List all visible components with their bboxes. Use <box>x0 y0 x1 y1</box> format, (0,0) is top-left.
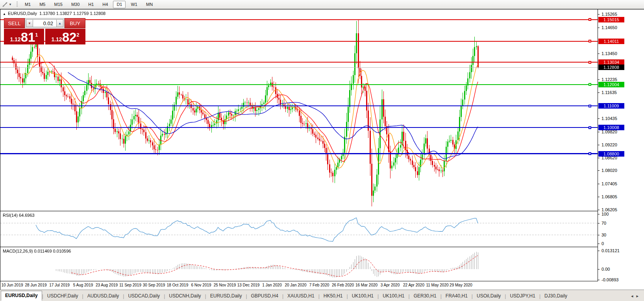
chart-window: ▲EURUSD,Daily 1.13780 1.13827 1.12759 1.… <box>0 9 644 290</box>
macd-indicator-canvas[interactable] <box>0 247 598 281</box>
date-axis-label: 7 Feb 2020 <box>309 283 329 287</box>
date-axis-label: 26 Feb 2020 <box>332 283 354 287</box>
sell-price-pips: 81 <box>21 31 35 43</box>
date-axis-label: 10 Jun 2019 <box>1 283 23 287</box>
rsi-tick-mark <box>598 244 600 244</box>
price-level-line-1.13034[interactable] <box>0 62 598 63</box>
tab-scroll-arrows: ◂▸ <box>631 294 642 299</box>
chart-tabs-bar: EURUSD,Daily|USDCHF,Daily|AUDUSD,Daily|U… <box>0 290 644 301</box>
date-axis-label: 30 Sep 2019 <box>143 283 165 287</box>
chevron-down-icon[interactable]: ▼ <box>9 3 12 6</box>
price-tick-mark <box>598 132 600 132</box>
price-tick-label: 1.13450 <box>601 51 617 56</box>
price-level-line-1.08800[interactable] <box>0 153 598 154</box>
price-level-line-1.12004[interactable] <box>0 84 598 85</box>
rsi-tick-label: 0 <box>601 241 604 246</box>
price-tick-label: 1.08020 <box>601 168 617 173</box>
timeframe-button-MN[interactable]: MN <box>142 1 156 8</box>
volume-increase-button[interactable]: ▲ <box>56 19 63 27</box>
timeframe-button-H4[interactable]: H4 <box>99 1 111 8</box>
symbol-tab-USDCHF-Daily[interactable]: USDCHF,Daily <box>43 292 82 301</box>
price-tick-label: 1.06805 <box>601 194 617 199</box>
price-axis-border <box>598 9 598 281</box>
symbol-tab-HK50-H1[interactable]: HK50,H1 <box>320 292 347 301</box>
macd-panel-separator[interactable] <box>0 246 598 247</box>
volume-spinner: ▼ ▲ <box>25 18 65 28</box>
price-level-label: 1.13034 <box>598 59 624 65</box>
price-tick-mark <box>598 158 600 158</box>
timeframe-button-M5[interactable]: M5 <box>36 1 49 8</box>
price-chart-canvas[interactable] <box>0 9 598 211</box>
symbol-tab-GBPUSD-H4[interactable]: GBPUSD,H4 <box>247 292 282 301</box>
tab-scroll-left-icon[interactable]: ◂ <box>631 294 637 298</box>
crosshair-tool-button[interactable]: ▼ <box>1 0 13 8</box>
buy-price-quote[interactable]: 1.12822 <box>45 29 85 44</box>
timeframe-button-W1[interactable]: W1 <box>127 1 141 8</box>
date-axis-label: 23 Aug 2019 <box>96 283 118 287</box>
symbol-tab-GER30-H1[interactable]: GER30,H1 <box>410 292 440 301</box>
symbol-tab-EURUSD-Daily[interactable]: EURUSD,Daily <box>206 292 246 301</box>
level-anchor-marker[interactable] <box>588 152 591 155</box>
symbol-tab-UK100-H1[interactable]: UK100,H1 <box>348 292 378 301</box>
price-level-line-1.11009[interactable] <box>0 105 598 106</box>
timeframe-button-M1[interactable]: M1 <box>21 1 34 8</box>
symbol-tab-USDJPY-H1[interactable]: USDJPY,H1 <box>506 292 539 301</box>
timeframe-button-H1[interactable]: H1 <box>85 1 97 8</box>
timeframe-button-M30[interactable]: M30 <box>68 1 83 8</box>
level-anchor-marker[interactable] <box>588 18 591 21</box>
toolbar-grip-handle[interactable] <box>17 2 18 7</box>
price-tick-mark <box>598 79 600 80</box>
date-axis-label: 22 Apr 2020 <box>403 283 424 287</box>
price-tick-mark <box>598 118 600 119</box>
macd-tick-mark <box>598 280 600 280</box>
symbol-tab-USDCAD-Daily[interactable]: USDCAD,Daily <box>124 292 164 301</box>
rsi-tick-label: 70 <box>601 221 606 225</box>
price-level-line-1.15015[interactable] <box>0 19 598 20</box>
level-anchor-marker[interactable] <box>588 40 591 42</box>
date-axis-label: 28 Jun 2019 <box>25 283 46 287</box>
volume-decrease-button[interactable]: ▼ <box>26 19 33 27</box>
price-level-line-1.14011[interactable] <box>0 41 598 42</box>
level-anchor-marker[interactable] <box>588 105 591 107</box>
triangle-up-icon[interactable]: ▲ <box>3 12 6 16</box>
symbol-tab-XAUUSD-H1[interactable]: XAUUSD,H1 <box>283 292 318 301</box>
symbol-tab-FRA40-H1[interactable]: FRA40,H1 <box>442 292 472 301</box>
macd-tick-mark <box>598 251 600 251</box>
price-tick-mark <box>598 28 600 28</box>
tab-scroll-right-icon[interactable]: ▸ <box>636 294 642 298</box>
symbol-tab-AUDUSD-Daily[interactable]: AUDUSD,Daily <box>83 292 123 301</box>
symbol-tab-USDCNH-Daily[interactable]: USDCNH,Daily <box>165 292 205 301</box>
price-tick-mark <box>598 14 600 15</box>
symbol-tab-DJ30-Daily[interactable]: DJ30,Daily <box>540 292 571 301</box>
one-click-trading-panel: SELL ▼ ▲ BUY 1.12811 1.12822 <box>4 18 85 52</box>
price-tick-mark <box>598 197 600 197</box>
price-tick-mark <box>598 92 600 93</box>
level-anchor-marker[interactable] <box>588 61 591 64</box>
date-axis-label: 16 Mar 2020 <box>355 283 378 287</box>
timeframe-button-D1[interactable]: D1 <box>113 1 126 8</box>
date-axis-label: 13 Dec 2019 <box>237 283 260 287</box>
level-anchor-marker[interactable] <box>588 83 591 86</box>
rsi-panel-separator[interactable] <box>0 211 598 212</box>
symbol-tab-EURUSD-Daily[interactable]: EURUSD,Daily <box>1 291 42 301</box>
symbol-tab-USOil-Daily[interactable]: USOil,Daily <box>473 292 505 301</box>
sell-price-prefix: 1.12 <box>10 36 20 42</box>
timeframe-button-M15[interactable]: M15 <box>50 1 66 8</box>
chart-title: ▲EURUSD,Daily 1.13780 1.13827 1.12759 1.… <box>3 11 105 16</box>
buy-button[interactable]: BUY <box>65 18 85 28</box>
rsi-indicator-canvas[interactable] <box>0 211 598 247</box>
date-axis-label: 1 Jan 2020 <box>262 283 282 287</box>
price-level-label: 1.08800 <box>598 151 624 157</box>
price-level-line-1.10008[interactable] <box>0 127 598 128</box>
date-axis-label: 6 Nov 2019 <box>191 283 211 287</box>
price-tick-label: 1.09220 <box>601 142 617 147</box>
date-axis-label: 25 Nov 2019 <box>214 283 236 287</box>
macd-label: MACD(12,26,9) 0.011469 0.010596 <box>3 249 71 253</box>
symbol-tab-UK100-H1[interactable]: UK100,H1 <box>379 292 408 301</box>
sell-price-quote[interactable]: 1.12811 <box>4 29 44 44</box>
volume-input[interactable] <box>33 19 56 27</box>
date-axis-label: 3 Apr 2020 <box>381 283 400 287</box>
sell-button[interactable]: SELL <box>4 18 25 28</box>
level-anchor-marker[interactable] <box>588 126 591 129</box>
macd-tick-label: -0.00893 <box>601 277 618 282</box>
